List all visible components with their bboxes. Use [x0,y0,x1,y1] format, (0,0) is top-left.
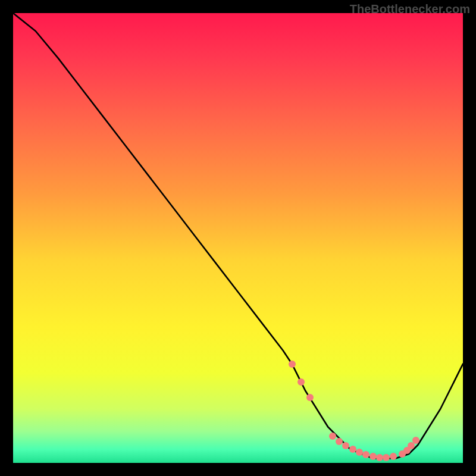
attribution-text: TheBottlenecker.com [350,2,470,16]
marker-dot [390,453,397,460]
chart-curve [13,13,463,463]
marker-dot [369,453,377,460]
marker-dot [383,454,390,461]
marker-dot [336,438,343,445]
plot-area [13,13,463,463]
marker-dot [349,446,356,453]
marker-dot [289,361,296,368]
marker-dot [306,394,314,401]
marker-dot [412,437,419,444]
marker-dot [298,378,305,386]
marker-dot [356,449,363,456]
marker-dot [362,451,369,458]
marker-dot [342,442,349,449]
marker-dot [376,454,383,461]
marker-dot [329,433,336,440]
